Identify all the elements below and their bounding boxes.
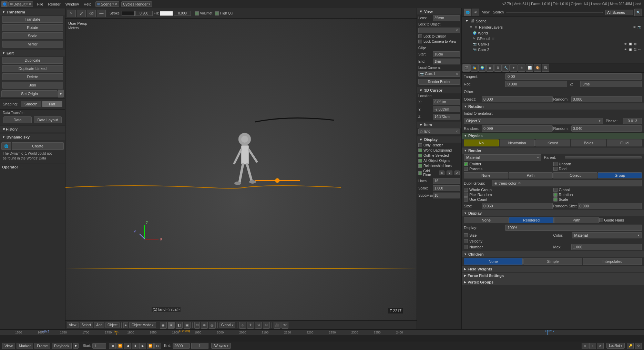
end-field[interactable] xyxy=(173,343,190,349)
rot-value[interactable]: 0.000 xyxy=(505,81,567,87)
random-field-value[interactable]: 0.000 xyxy=(571,96,642,102)
object-field-value[interactable]: 0.000 xyxy=(482,96,553,102)
bottom-icon-3[interactable]: ⟳ xyxy=(597,343,604,349)
boids-btn[interactable]: Boids xyxy=(571,140,606,146)
global-selector[interactable]: Global ▾ xyxy=(219,322,235,328)
cursor-icon[interactable]: ⊹ xyxy=(239,322,246,329)
bottom-icon-1[interactable]: ⊛ xyxy=(582,343,589,349)
cursor-z-value[interactable]: 14.372cm xyxy=(433,114,460,120)
clip-end-value[interactable]: 1km xyxy=(433,59,460,64)
children-section-header[interactable]: ▼ Children xyxy=(462,251,644,257)
join-btn[interactable]: Join xyxy=(2,82,63,89)
create-btn[interactable]: Create xyxy=(12,142,64,150)
cam1-item[interactable]: 📷 Cam-1 👁 🔲 ⛓ ⋯ xyxy=(471,41,643,47)
grid-z-btn[interactable]: Z xyxy=(454,171,460,175)
mode-selector[interactable]: Object Mode ▾ xyxy=(129,322,156,328)
move-icon[interactable]: ✛ xyxy=(247,322,254,329)
number-check[interactable] xyxy=(464,245,468,249)
rotation-section-header[interactable]: ▼ Rotation xyxy=(462,103,644,110)
record-icon[interactable]: ⏺ xyxy=(73,343,79,349)
prop-constraints-tab[interactable]: ⛓ xyxy=(494,64,502,72)
gp-select-btn[interactable]: ⟷ xyxy=(97,10,106,17)
add-menu-btn[interactable]: Add xyxy=(94,322,104,328)
data-btn[interactable]: Data xyxy=(3,116,32,123)
close-workspace-btn[interactable]: ✕ xyxy=(29,2,31,6)
clip-start-value[interactable]: 10cm xyxy=(433,51,460,57)
render-icon[interactable]: ◉ xyxy=(160,322,167,329)
duplicate-linked-btn[interactable]: Duplicate Linked xyxy=(2,65,63,72)
texture-icon[interactable]: ▣ xyxy=(184,322,191,329)
set-origin-arrow-btn[interactable]: ▾ xyxy=(58,90,64,97)
view-menu-btn[interactable]: View xyxy=(67,322,79,328)
none-btn2[interactable]: None xyxy=(464,172,508,178)
prop-modifier-tab[interactable]: 🔧 xyxy=(502,64,510,72)
perspective-icon[interactable]: ⟲ xyxy=(194,322,200,329)
transform-section-header[interactable]: ▼ Transform xyxy=(0,9,65,15)
tangent-value[interactable]: 0.00 xyxy=(505,73,642,80)
world-bg-check[interactable] xyxy=(418,148,422,152)
no-btn[interactable]: No xyxy=(464,140,499,146)
current-frame-field[interactable]: 1 xyxy=(191,343,208,349)
volumetric-check[interactable] xyxy=(195,11,199,16)
mirror-btn[interactable]: Mirror xyxy=(2,41,63,48)
interpolated-child-btn[interactable]: Interpolated xyxy=(583,258,642,265)
scene-label[interactable]: Scene xyxy=(101,2,111,6)
dynamic-sky-header[interactable]: ▼ Dynamic sky xyxy=(0,134,65,140)
only-render-check[interactable] xyxy=(418,143,422,147)
scale-value[interactable]: 1.000 xyxy=(433,185,460,191)
search-icon[interactable]: 🔍 xyxy=(634,9,642,16)
n-item-header[interactable]: ▼ Item xyxy=(417,122,461,128)
overlay-icon[interactable]: 👁 xyxy=(282,322,288,329)
marker-btn[interactable]: Marker xyxy=(17,343,33,349)
dupli-x-btn[interactable]: ✕ xyxy=(518,181,521,185)
path-btn[interactable]: Path xyxy=(509,172,553,178)
data-layout-btn[interactable]: Data Layout xyxy=(34,116,62,123)
random2-value[interactable]: 0.099 xyxy=(482,125,553,132)
cam2-eye-icon[interactable]: 👁 xyxy=(624,48,627,51)
keying-icon[interactable]: 🔑 xyxy=(627,343,634,349)
prop-scene-tab[interactable]: 🎭 xyxy=(470,64,478,72)
scale-check[interactable] xyxy=(553,197,558,202)
display-pct-value[interactable]: 100% xyxy=(505,225,642,231)
emitter-check[interactable] xyxy=(464,162,468,166)
lock-obj-field[interactable]: ✕ xyxy=(418,28,460,33)
outliner-scene-icon[interactable]: 🌐 xyxy=(464,9,471,16)
blender-logo[interactable]: 🔵 xyxy=(1,1,8,7)
translate-btn[interactable]: Translate xyxy=(2,16,63,23)
edit-section-header[interactable]: ▼ Edit xyxy=(0,50,65,56)
none-child-btn[interactable]: None xyxy=(464,258,523,265)
velocity-check[interactable] xyxy=(464,239,468,243)
phase-value[interactable]: 0.013 xyxy=(623,118,642,124)
jump-start-btn[interactable]: ⏮ xyxy=(109,343,116,349)
delete-btn[interactable]: Delete xyxy=(2,73,63,80)
rotate-btn[interactable]: Rotate xyxy=(2,24,63,31)
rel-lines-check[interactable] xyxy=(418,164,422,168)
newtonian-btn[interactable]: Newtonian xyxy=(500,140,535,146)
all-scenes-selector[interactable]: All Scenes xyxy=(605,10,633,15)
pick-random-check[interactable] xyxy=(464,193,468,197)
whole-group-check[interactable] xyxy=(464,188,468,192)
subdiv-value[interactable]: 10 xyxy=(433,193,460,198)
step-back-btn[interactable]: ⏪ xyxy=(116,343,123,349)
n-display-header[interactable]: ▼ Display xyxy=(417,136,461,143)
dynamic-sky-icon[interactable]: 🌐 xyxy=(1,142,11,150)
pause-btn[interactable]: ⏸ xyxy=(132,343,139,349)
outline-check[interactable] xyxy=(418,154,422,157)
display2-section-header[interactable]: ▼ Display xyxy=(462,210,644,216)
parent-value[interactable] xyxy=(565,156,642,158)
scale-btn[interactable]: Scale xyxy=(2,32,63,39)
global-check[interactable] xyxy=(553,188,558,192)
outliner-view-icon[interactable]: 👁 xyxy=(472,9,479,16)
prop-world-tab[interactable]: 🌍 xyxy=(478,64,486,72)
cursor-y-value[interactable]: -7.8839m xyxy=(433,106,460,112)
object-y-selector[interactable]: Object Y ▾ xyxy=(464,118,603,124)
died-check[interactable] xyxy=(553,167,558,171)
group-btn[interactable]: Group xyxy=(598,172,642,178)
physics-section-header[interactable]: ▼ Physics xyxy=(462,132,644,139)
grid-floor-check[interactable] xyxy=(418,171,422,175)
n-view-header[interactable]: ▼ View xyxy=(417,8,461,14)
prop-particles-tab[interactable]: ✦ xyxy=(510,64,518,72)
lock-camera-check[interactable] xyxy=(418,40,422,43)
cam2-item[interactable]: 📷 Cam-2 👁 🔲 ⛓ ⋯ xyxy=(471,47,643,52)
cam1-eye-icon[interactable]: 👁 xyxy=(624,42,627,46)
